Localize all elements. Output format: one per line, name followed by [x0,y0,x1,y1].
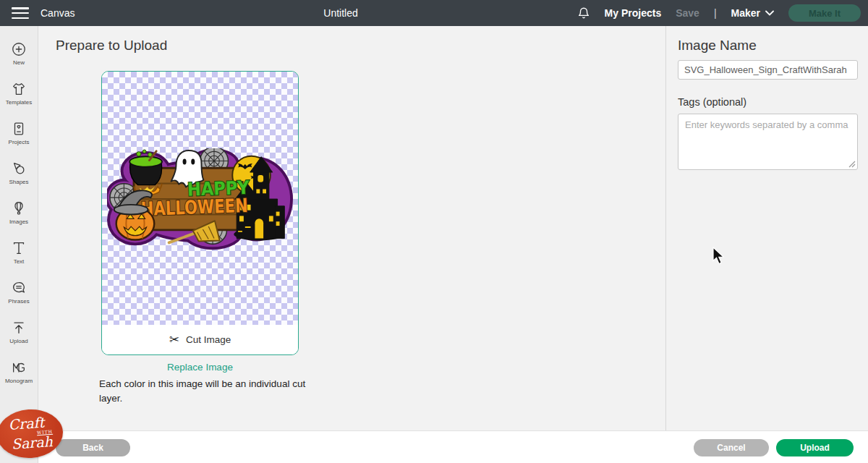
chevron-down-icon [765,10,774,16]
tags-input[interactable] [678,114,858,170]
monogram-icon [11,360,27,375]
canvas-nav-label[interactable]: Canvas [41,7,75,19]
machine-name: Maker [731,7,760,19]
back-button[interactable]: Back [56,439,130,456]
replace-image-link[interactable]: Replace Image [101,362,299,373]
cancel-button[interactable]: Cancel [694,439,769,456]
top-bar: Canvas Untitled My Projects Save | Maker… [0,0,868,26]
uploaded-image-preview: HAPPY HALLOWEEN [107,148,294,254]
shapes-icon [11,161,27,177]
sidebar-item-templates[interactable]: Templates [0,73,38,113]
image-name-heading: Image Name [678,38,757,54]
image-name-input[interactable] [678,60,858,80]
scissors-icon: ✂ [169,334,179,346]
tags-label: Tags (optional) [678,96,746,108]
topbar-separator: | [714,7,717,19]
my-projects-link[interactable]: My Projects [605,7,662,19]
save-button[interactable]: Save [676,7,699,19]
balloon-image-icon [11,200,27,216]
project-card-icon [11,121,27,137]
sidebar-item-projects[interactable]: Projects [0,113,38,153]
sidebar-item-images[interactable]: Images [0,192,38,232]
footer-bar: Back Cancel Upload [38,430,868,463]
left-sidebar: New Templates Projects Shapes Images Tex… [0,26,38,463]
speech-bubble-icon [11,280,27,296]
sidebar-item-upload[interactable]: Upload [0,312,38,352]
machine-selector[interactable]: Maker [731,7,774,19]
bell-icon[interactable] [577,7,590,20]
sidebar-item-text[interactable]: Text [0,232,38,272]
sidebar-item-monogram[interactable]: Monogram [0,352,38,391]
cut-image-label: Cut Image [186,334,231,345]
text-t-icon [11,240,27,256]
project-title: Untitled [286,7,396,19]
upload-arrow-icon [11,320,27,336]
tshirt-icon [11,81,27,97]
cut-image-selector[interactable]: ✂ Cut Image [102,325,298,354]
app-window: Canvas Untitled My Projects Save | Maker… [0,0,868,463]
page-title: Prepare to Upload [56,38,167,54]
make-it-button[interactable]: Make It [788,4,861,22]
sidebar-item-new[interactable]: New [0,33,38,73]
artwork-halloween-text: HALLOWEEN [140,195,248,220]
sidebar-item-shapes[interactable]: Shapes [0,153,38,192]
sidebar-item-phrases[interactable]: Phrases [0,272,38,312]
logo-sarah-text: Sarah [11,434,53,451]
upload-button[interactable]: Upload [776,439,854,456]
image-details-panel: Image Name Tags (optional) [665,26,868,430]
plus-circle-icon [11,41,27,57]
hamburger-menu-icon[interactable] [12,7,29,19]
cut-layer-note: Each color in this image will be an indi… [99,377,312,405]
upload-preview-card: HAPPY HALLOWEEN [101,71,299,355]
